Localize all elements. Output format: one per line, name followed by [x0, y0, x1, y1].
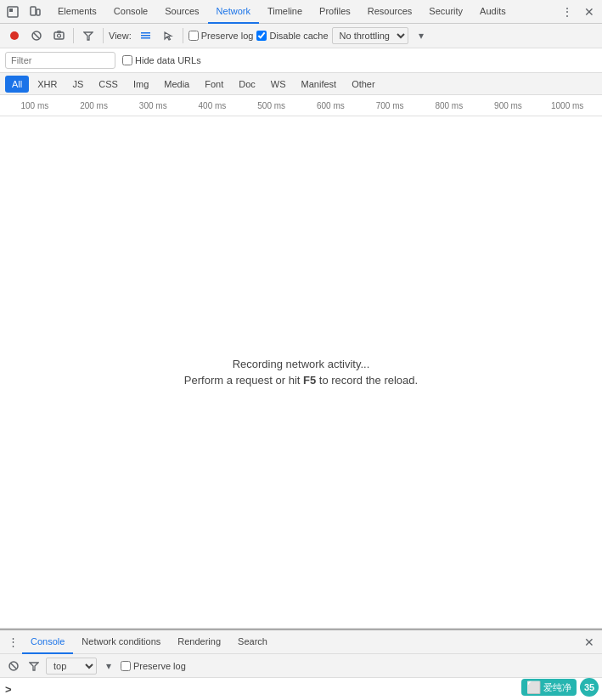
device-icon[interactable]	[25, 3, 44, 21]
console-clear-button[interactable]	[5, 658, 22, 675]
timeline-tick-8: 900 ms	[479, 101, 538, 110]
screenshot-button[interactable]	[49, 26, 68, 45]
console-toolbar: top ▾ Preserve log	[0, 654, 602, 678]
bottom-panel: ⋮ Console Network conditions Rendering S…	[0, 629, 602, 700]
svg-line-6	[34, 33, 39, 38]
watermark-logo: ⬜ 爱纯净	[521, 679, 577, 696]
filter-input[interactable]	[5, 52, 115, 69]
console-preserve-log-label[interactable]: Preserve log	[121, 661, 186, 671]
tab-network[interactable]: Network	[208, 0, 259, 24]
watermark-badge: 35	[580, 678, 599, 697]
separator-3	[183, 28, 183, 43]
svg-rect-13	[141, 37, 150, 39]
console-context-select[interactable]: top	[46, 658, 97, 675]
bottom-tabs: ⋮ Console Network conditions Rendering S…	[0, 630, 602, 654]
type-filter-xhr[interactable]: XHR	[31, 76, 64, 93]
throttle-select[interactable]: No throttling	[332, 27, 408, 44]
network-content: Recording network activity... Perform a …	[0, 116, 602, 629]
timeline-tick-9: 1000 ms	[537, 101, 597, 110]
timeline-tick-1: 200 ms	[65, 101, 124, 110]
hint-prefix: Perform a request or hit	[184, 374, 303, 387]
hint-suffix: to record the reload.	[316, 374, 418, 387]
type-filter-js[interactable]: JS	[65, 76, 90, 93]
preserve-log-checkbox-label[interactable]: Preserve log	[188, 31, 254, 41]
type-filter-manifest[interactable]: Manifest	[295, 76, 344, 93]
bottom-tab-search[interactable]: Search	[229, 630, 276, 654]
timeline-tick-4: 500 ms	[242, 101, 301, 110]
preserve-log-checkbox[interactable]	[188, 31, 199, 41]
timeline-tick-3: 400 ms	[183, 101, 242, 110]
type-filter-font[interactable]: Font	[198, 76, 230, 93]
console-preserve-log-checkbox[interactable]	[121, 661, 131, 671]
tab-profiles[interactable]: Profiles	[311, 0, 359, 24]
tab-sources[interactable]: Sources	[156, 0, 207, 24]
hide-data-urls-checkbox[interactable]	[122, 55, 132, 65]
type-filter-other[interactable]: Other	[345, 76, 382, 93]
record-button[interactable]	[5, 26, 24, 45]
tab-elements[interactable]: Elements	[49, 0, 105, 24]
svg-rect-11	[141, 32, 150, 34]
type-filter-media[interactable]: Media	[157, 76, 196, 93]
view-label: View:	[109, 31, 132, 41]
separator-2	[103, 28, 104, 43]
tab-timeline[interactable]: Timeline	[259, 0, 311, 24]
tab-resources[interactable]: Resources	[359, 0, 421, 24]
filter-button[interactable]	[79, 26, 98, 45]
console-filter-button[interactable]	[25, 658, 42, 675]
bottom-panel-close[interactable]: ✕	[580, 633, 599, 652]
devtools-tab-bar: Elements Console Sources Network Timelin…	[0, 0, 602, 24]
svg-rect-2	[31, 7, 36, 15]
svg-rect-12	[141, 35, 150, 37]
svg-rect-7	[54, 32, 64, 39]
bottom-tab-console[interactable]: Console	[22, 630, 73, 654]
disable-cache-checkbox[interactable]	[256, 31, 267, 41]
console-context-chevron[interactable]: ▾	[100, 658, 117, 675]
tab-audits[interactable]: Audits	[471, 0, 515, 24]
svg-point-4	[10, 31, 19, 40]
tab-more-area: ⋮ ✕	[558, 3, 599, 21]
type-filter-img[interactable]: Img	[127, 76, 155, 93]
console-prompt: >	[5, 683, 12, 696]
recording-text: Recording network activity...	[233, 358, 370, 370]
clear-button[interactable]	[27, 26, 46, 45]
type-filter-ws[interactable]: WS	[264, 76, 293, 93]
watermark-logo-text: 爱纯净	[543, 681, 571, 694]
console-input-area: >	[0, 678, 602, 700]
type-filter-doc[interactable]: Doc	[232, 76, 262, 93]
network-panel: View: Preserve log Disable cache No	[0, 24, 602, 629]
type-filter-css[interactable]: CSS	[92, 76, 125, 93]
timeline-tick-6: 700 ms	[360, 101, 419, 110]
more-tabs-button[interactable]: ⋮	[558, 3, 577, 21]
tab-console[interactable]: Console	[105, 0, 156, 24]
type-filter-row: AllXHRJSCSSImgMediaFontDocWSManifestOthe…	[0, 73, 602, 95]
list-view-button[interactable]	[137, 26, 155, 45]
separator-1	[73, 28, 74, 43]
svg-marker-10	[84, 32, 93, 40]
console-input[interactable]	[15, 683, 597, 695]
type-filter-all[interactable]: All	[5, 76, 29, 93]
svg-rect-1	[9, 8, 13, 12]
bottom-more-button[interactable]: ⋮	[3, 633, 22, 652]
svg-point-8	[57, 34, 60, 37]
timeline-tick-2: 300 ms	[123, 101, 183, 110]
svg-marker-16	[30, 663, 38, 670]
watermark: ⬜ 爱纯净 35	[521, 678, 599, 697]
filter-row: Hide data URLs	[0, 48, 602, 73]
svg-rect-3	[37, 9, 40, 15]
recording-hint: Perform a request or hit F5 to record th…	[184, 374, 418, 387]
svg-line-15	[11, 663, 16, 669]
bottom-tab-rendering[interactable]: Rendering	[169, 630, 229, 654]
inspect-icon[interactable]	[3, 3, 22, 21]
close-devtools-button[interactable]: ✕	[580, 3, 599, 21]
throttle-chevron[interactable]: ▾	[412, 26, 430, 45]
timeline-tick-5: 600 ms	[301, 101, 361, 110]
timeline-tick-7: 800 ms	[419, 101, 479, 110]
disable-cache-checkbox-label[interactable]: Disable cache	[256, 31, 328, 41]
bottom-tab-network-conditions[interactable]: Network conditions	[73, 630, 169, 654]
capture-screenshots-button[interactable]	[159, 26, 177, 45]
watermark-logo-icon: ⬜	[526, 680, 541, 694]
hide-data-urls-label[interactable]: Hide data URLs	[122, 55, 201, 65]
devtools-main: View: Preserve log Disable cache No	[0, 24, 602, 700]
tab-security[interactable]: Security	[420, 0, 471, 24]
timeline-tick-0: 100 ms	[5, 101, 65, 110]
